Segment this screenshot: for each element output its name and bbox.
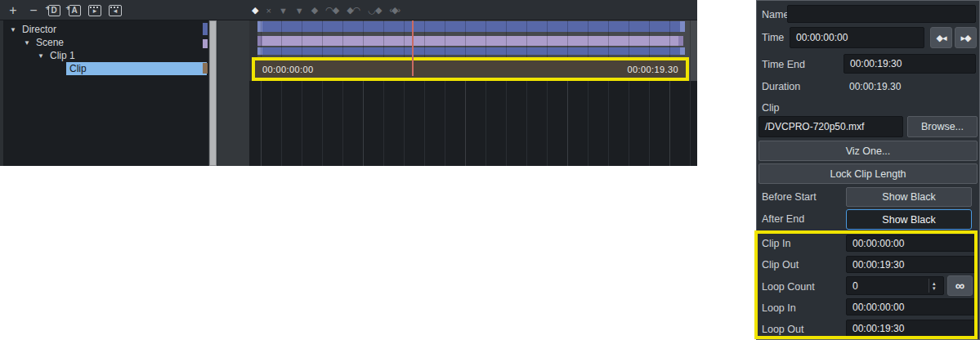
smooth-both-tangent-icon[interactable]: ◡◆ (368, 5, 381, 16)
timeline-empty-area (249, 81, 697, 166)
name-label: Name (762, 9, 789, 20)
tree-item-scene[interactable]: ▼ Scene (3, 36, 208, 49)
timeline-editor-region: + − + D + A ▸ ◂ (0, 0, 697, 166)
delete-filtered-keyframes-icon[interactable]: ▼ (295, 6, 303, 16)
smooth-in-tangent-icon[interactable]: ◠◆ (325, 5, 338, 16)
chevron-down-icon[interactable]: ▼ (8, 26, 18, 34)
tree-item-label: Director (22, 24, 56, 35)
clip-properties-panel: Name Time 00:00:00:00 ◆◂ ▸◆ Time End 00:… (756, 0, 980, 340)
tree-item-director[interactable]: ▼ Director (3, 23, 208, 36)
hold-tangent-icon[interactable]: ‹◆› (389, 5, 400, 16)
smooth-out-tangent-icon[interactable]: ◆◠ (347, 5, 360, 16)
panel-splitter[interactable] (217, 20, 249, 166)
clip-start-timecode: 00:00:00:00 (262, 65, 314, 74)
loop-count-label: Loop Count (762, 281, 815, 293)
name-input[interactable] (787, 5, 976, 23)
add-action-icon[interactable]: + A (68, 3, 81, 18)
loop-count-stepper[interactable]: ▴ ▾ (929, 279, 936, 293)
tree-item-clip-selected[interactable]: Clip (66, 62, 207, 75)
after-end-show-black-button[interactable]: Show Black (846, 209, 972, 230)
chevron-down-icon[interactable]: ▼ (22, 39, 32, 47)
delete-keyframe-icon[interactable]: × (266, 6, 270, 16)
tree-toolbar: + − + D + A ▸ ◂ (7, 0, 122, 20)
chevron-down-icon[interactable]: ▼ (36, 52, 46, 60)
time-input[interactable]: 00:00:00:00 (790, 27, 924, 48)
tree-item-clip1[interactable]: ▼ Clip 1 (3, 49, 208, 62)
tree-item-label: Clip (69, 63, 87, 74)
plus-badge-icon: + (66, 1, 70, 16)
lock-clip-length-button[interactable]: Lock Clip Length (758, 163, 978, 184)
director-letter: D (51, 3, 56, 18)
loop-out-input[interactable]: 00:00:19:30 (846, 320, 977, 337)
next-keyframe-icon: ▸◆ (961, 33, 971, 43)
film-play-icon: ▸ (88, 5, 101, 16)
clip-out-label: Clip Out (762, 259, 799, 271)
action-box-icon: + A (69, 5, 81, 16)
prev-keyframe-button[interactable]: ◆◂ (930, 27, 952, 48)
timeline-lanes: 00:00:00:00 00:00:19.30 (249, 20, 697, 81)
keyframe-toolbar: ◆ × ▼ ▼ ◆ ◠◆ ◆◠ ◡◆ ‹◆› (252, 0, 400, 20)
before-start-label: Before Start (762, 191, 817, 203)
add-icon[interactable]: + (7, 3, 20, 18)
tree-item-label: Clip 1 (50, 50, 75, 61)
remove-icon[interactable]: − (27, 3, 40, 18)
time-end-label: Time End (762, 59, 805, 70)
after-end-label: After End (762, 213, 804, 225)
director-tree: ▼ Director ▼ Scene ▼ Clip 1 Clip (3, 20, 208, 166)
tree-item-label: Scene (36, 37, 64, 48)
playhead-cursor[interactable] (412, 20, 414, 76)
clip-path-input[interactable]: /DVCPRO-720p50.mxf (758, 116, 903, 137)
tree-scrollbar[interactable] (209, 20, 217, 166)
stage-manager-window: + − + D + A ▸ ◂ (0, 0, 980, 340)
clip-in-label: Clip In (762, 238, 790, 249)
add-director-icon[interactable]: + D (47, 3, 60, 18)
before-start-show-black-button[interactable]: Show Black (846, 187, 972, 207)
time-end-input[interactable]: 00:00:19:30 (844, 54, 976, 74)
clip-out-marker-icon[interactable]: ◂ (109, 3, 122, 18)
clip-section-label: Clip (762, 102, 780, 114)
plus-badge-icon: + (46, 1, 50, 16)
clip-track-bar-highlighted[interactable]: 00:00:00:00 00:00:19.30 (252, 57, 689, 81)
clip-end-timecode: 00:00:19.30 (627, 65, 678, 74)
prev-keyframe-icon: ◆◂ (937, 33, 946, 43)
browse-button[interactable]: Browse... (907, 116, 978, 137)
toolbar: + − + D + A ▸ ◂ (0, 0, 697, 20)
loop-in-label: Loop In (762, 302, 796, 314)
add-keyframe-icon[interactable]: ◆ (252, 5, 257, 16)
linear-tangent-icon[interactable]: ◆ (311, 5, 317, 16)
duration-label: Duration (762, 81, 800, 92)
clip-out-input[interactable]: 00:00:19:30 (846, 256, 977, 273)
clip-in-marker-icon[interactable]: ▸ (88, 3, 101, 18)
scene-color-marker (203, 39, 208, 48)
clip-color-marker (203, 63, 208, 74)
duration-value: 00:00:19.30 (849, 81, 901, 92)
stepper-down-icon[interactable]: ▾ (933, 286, 936, 291)
loop-infinite-button[interactable]: ∞ (947, 275, 973, 296)
infinity-icon: ∞ (955, 279, 964, 293)
filter-keyframes-icon[interactable]: ▼ (279, 6, 287, 16)
loop-in-input[interactable]: 00:00:00:00 (846, 298, 977, 315)
action-letter: A (71, 3, 77, 18)
clip-in-input[interactable]: 00:00:00:00 (846, 235, 977, 252)
film-reverse-icon: ◂ (109, 5, 122, 16)
next-keyframe-button[interactable]: ▸◆ (955, 27, 977, 48)
loop-out-label: Loop Out (762, 324, 803, 335)
timeline-panel: 00:00:00:00 00:00:19.30 (249, 20, 697, 166)
director-color-marker (203, 23, 208, 35)
director-box-icon: + D (48, 5, 60, 16)
viz-one-button[interactable]: Viz One... (758, 141, 978, 161)
time-label: Time (762, 32, 784, 43)
